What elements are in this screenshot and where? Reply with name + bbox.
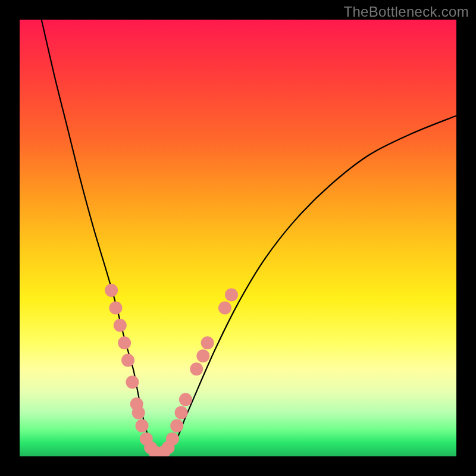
marker-dot xyxy=(170,419,183,433)
highlight-points xyxy=(105,284,238,456)
marker-dot xyxy=(166,433,179,446)
marker-dot xyxy=(105,284,118,297)
chart-svg xyxy=(20,20,456,456)
marker-dot xyxy=(109,301,122,314)
marker-dot xyxy=(225,288,238,301)
marker-dot xyxy=(118,336,131,349)
marker-dot xyxy=(121,354,134,367)
marker-dot xyxy=(190,362,203,375)
marker-dot xyxy=(114,319,127,332)
plot-area xyxy=(20,20,456,456)
marker-dot xyxy=(126,375,139,389)
marker-dot xyxy=(196,349,209,362)
marker-dot xyxy=(218,301,231,314)
marker-dot xyxy=(132,406,145,419)
bottleneck-curve xyxy=(42,20,456,454)
marker-dot xyxy=(136,419,149,433)
marker-dot xyxy=(201,336,214,349)
chart-container: TheBottleneck.com xyxy=(0,0,476,476)
watermark-text: TheBottleneck.com xyxy=(343,4,469,20)
marker-dot xyxy=(179,393,192,406)
marker-dot xyxy=(175,406,188,419)
